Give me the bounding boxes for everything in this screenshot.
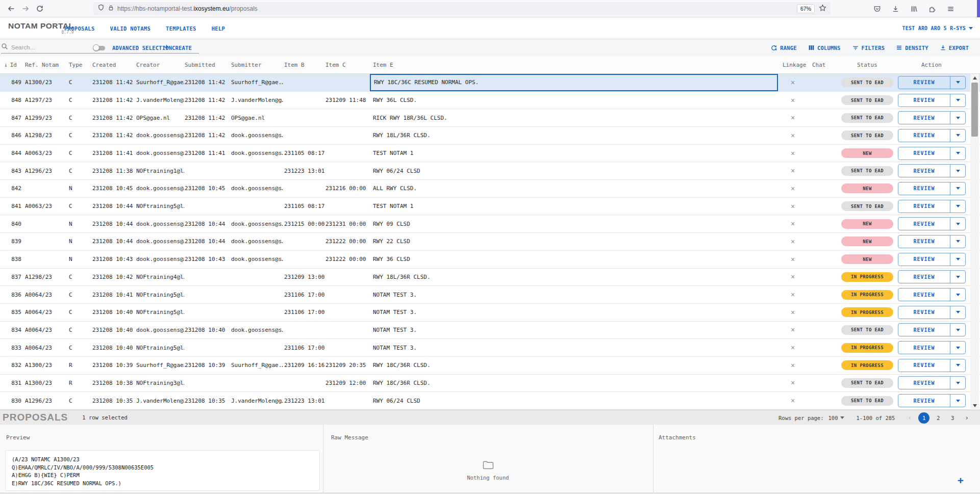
column-header-type[interactable]: Type xyxy=(69,56,83,74)
table-row[interactable]: 842N231208 10:45dook.goossens@…231208 10… xyxy=(0,180,980,198)
review-button[interactable]: REVIEW xyxy=(898,235,966,248)
review-dropdown-toggle[interactable] xyxy=(950,306,965,319)
linkage-clear-icon[interactable]: × xyxy=(786,215,800,232)
column-header-item-b[interactable]: Item B xyxy=(284,56,305,74)
table-row[interactable]: 838N231208 10:43dook.goossens@…231208 10… xyxy=(0,251,980,269)
page-next-icon[interactable]: › xyxy=(963,414,971,422)
table-row[interactable]: 846A1298/23C231208 11:42dook.goossens@…2… xyxy=(0,127,980,145)
browser-reload-icon[interactable] xyxy=(33,2,47,15)
pocket-icon[interactable] xyxy=(870,2,884,15)
linkage-clear-icon[interactable]: × xyxy=(786,375,800,392)
review-dropdown-toggle[interactable] xyxy=(950,112,965,124)
review-dropdown-toggle[interactable] xyxy=(950,253,965,266)
review-dropdown-toggle[interactable] xyxy=(950,129,965,142)
review-dropdown-toggle[interactable] xyxy=(950,94,965,107)
linkage-clear-icon[interactable]: × xyxy=(786,198,800,215)
advanced-selection-toggle[interactable]: ADVANCED SELECTION xyxy=(93,39,172,56)
lock-icon[interactable] xyxy=(108,4,114,13)
review-dropdown-toggle[interactable] xyxy=(950,218,965,230)
review-button[interactable]: REVIEW xyxy=(898,147,966,160)
review-button[interactable]: REVIEW xyxy=(898,129,966,142)
review-dropdown-toggle[interactable] xyxy=(950,200,965,213)
column-header-linkage[interactable]: Linkage xyxy=(783,56,806,74)
page-button-2[interactable]: 2 xyxy=(933,412,944,424)
user-menu[interactable]: TEST ARO ARO 5 R-SYS xyxy=(902,17,973,39)
table-row[interactable]: 849A1300/23C231208 11:42Suurhoff_R@gae…2… xyxy=(0,74,980,92)
review-dropdown-toggle[interactable] xyxy=(950,147,965,160)
review-button[interactable]: REVIEW xyxy=(898,341,966,354)
review-button[interactable]: REVIEW xyxy=(898,200,966,213)
table-row[interactable]: 844A0063/23C231208 11:41dook.goossens@…2… xyxy=(0,145,980,163)
tracking-shield-icon[interactable] xyxy=(97,4,105,13)
add-attachment-button[interactable]: + xyxy=(958,476,964,486)
column-header-chat[interactable]: Chat xyxy=(812,56,826,74)
review-dropdown-toggle[interactable] xyxy=(950,235,965,248)
nav-valid-notams[interactable]: VALID NOTAMS xyxy=(110,25,150,32)
library-icon[interactable] xyxy=(907,2,921,15)
browser-back-icon[interactable] xyxy=(4,2,18,15)
linkage-clear-icon[interactable]: × xyxy=(786,357,800,374)
linkage-clear-icon[interactable]: × xyxy=(786,180,800,197)
table-row[interactable]: 843A1296/23C231208 11:38NOFtraining1@l…2… xyxy=(0,162,980,180)
review-dropdown-toggle[interactable] xyxy=(950,324,965,336)
review-dropdown-toggle[interactable] xyxy=(950,395,965,407)
review-button[interactable]: REVIEW xyxy=(898,306,966,319)
density-button[interactable]: DENSITY xyxy=(896,44,928,51)
column-header-creator[interactable]: Creator xyxy=(136,56,160,74)
table-scrollbar[interactable] xyxy=(970,74,979,410)
linkage-clear-icon[interactable]: × xyxy=(786,251,800,268)
column-header-submitted[interactable]: Submitted xyxy=(185,56,215,74)
table-row[interactable]: 830A1296/23C231208 10:35J.vanderMolen@…2… xyxy=(0,392,980,410)
range-button[interactable]: RANGE xyxy=(770,44,797,51)
scroll-up-icon[interactable] xyxy=(970,74,979,82)
nav-templates[interactable]: TEMPLATES xyxy=(166,25,196,32)
create-button[interactable]: CREATE xyxy=(163,39,192,56)
url-bar[interactable]: https://hbs-notamportal-test.ixosystem.e… xyxy=(93,2,831,15)
nav-help[interactable]: HELP xyxy=(212,25,225,32)
page-button-3[interactable]: 3 xyxy=(947,412,958,424)
linkage-clear-icon[interactable]: × xyxy=(786,322,800,339)
nav-proposals[interactable]: PROPOSALS xyxy=(64,25,95,32)
table-row[interactable]: 848A1297/23C231208 11:42J.vanderMolen@…2… xyxy=(0,92,980,110)
scrollbar-thumb[interactable] xyxy=(971,83,978,137)
review-dropdown-toggle[interactable] xyxy=(950,359,965,372)
linkage-clear-icon[interactable]: × xyxy=(786,92,800,109)
review-button[interactable]: REVIEW xyxy=(898,323,966,336)
table-row[interactable]: 831A1300/23R231208 10:38NOFtraining3@l…2… xyxy=(0,375,980,392)
review-dropdown-toggle[interactable] xyxy=(950,271,965,283)
table-row[interactable]: 832A1300/23R231208 10:39Suurhoff_R@gae…2… xyxy=(0,357,980,375)
page-prev-icon[interactable]: ‹ xyxy=(906,414,914,422)
review-button[interactable]: REVIEW xyxy=(898,164,966,177)
column-header-item-e[interactable]: Item E xyxy=(373,56,393,74)
linkage-clear-icon[interactable]: × xyxy=(786,109,800,126)
extensions-puzzle-icon[interactable] xyxy=(925,2,939,15)
review-button[interactable]: REVIEW xyxy=(898,76,966,89)
column-header-status[interactable]: Status xyxy=(857,56,877,74)
review-button[interactable]: REVIEW xyxy=(898,270,966,283)
review-button[interactable]: REVIEW xyxy=(898,376,966,389)
table-row[interactable]: 834A0064/23C231208 10:40dook.goossens@…2… xyxy=(0,322,980,339)
column-header-id[interactable]: ↓Id xyxy=(4,56,17,74)
table-row[interactable]: 836A0064/23C231208 10:41NOFtraining5@l…2… xyxy=(0,286,980,304)
review-dropdown-toggle[interactable] xyxy=(950,342,965,354)
review-button[interactable]: REVIEW xyxy=(898,359,966,372)
review-button[interactable]: REVIEW xyxy=(898,182,966,195)
review-button[interactable]: REVIEW xyxy=(898,217,966,230)
review-button[interactable]: REVIEW xyxy=(898,253,966,266)
review-dropdown-toggle[interactable] xyxy=(950,288,965,301)
bookmark-star-icon[interactable] xyxy=(819,4,826,14)
linkage-clear-icon[interactable]: × xyxy=(786,392,800,409)
menu-hamburger-icon[interactable] xyxy=(943,2,958,15)
review-button[interactable]: REVIEW xyxy=(898,94,966,107)
table-row[interactable]: 835A0064/23C231208 10:40NOFtraining5@l…2… xyxy=(0,304,980,322)
linkage-clear-icon[interactable]: × xyxy=(786,162,800,179)
linkage-clear-icon[interactable]: × xyxy=(786,74,800,91)
linkage-clear-icon[interactable]: × xyxy=(786,339,800,356)
columns-button[interactable]: COLUMNS xyxy=(808,44,841,51)
table-row[interactable]: 847A1299/23C231208 11:42OPS@gae.nl231208… xyxy=(0,109,980,127)
export-button[interactable]: EXPORT xyxy=(940,44,969,51)
scroll-down-icon[interactable] xyxy=(970,402,979,410)
column-header-submitter[interactable]: Submitter xyxy=(231,56,262,74)
zoom-level-badge[interactable]: 67% xyxy=(797,4,815,13)
filters-button[interactable]: FILTERS xyxy=(852,44,885,51)
